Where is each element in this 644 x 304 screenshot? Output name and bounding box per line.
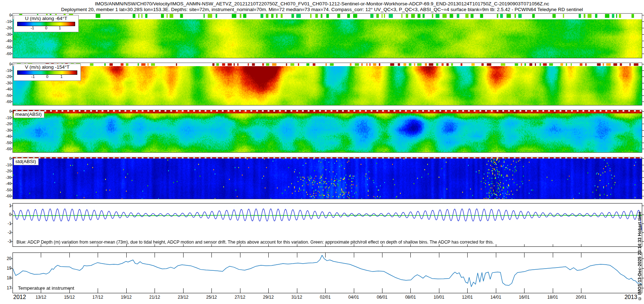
y-tick-mark — [642, 77, 644, 77]
y-tick-mark — [642, 165, 644, 165]
y-tick-label: -30 — [1, 81, 11, 85]
y-tick-mark — [10, 165, 13, 165]
y-tick-mark — [10, 149, 13, 149]
temperature-plot — [13, 253, 642, 293]
y-tick-mark — [642, 171, 644, 171]
y-tick-mark — [10, 183, 13, 184]
figure-subtitle: Deployment 20, member 1 lat=30.28S lon=1… — [0, 7, 644, 12]
adcp-report-figure: IMOS/ANMN/NSW/CH070/Velocity/IMOS_ANMN-N… — [0, 0, 644, 304]
x-tick-label: 10/01 — [434, 295, 444, 300]
y-tick-label: -30 — [1, 175, 11, 180]
x-tick-mark — [211, 253, 212, 258]
y-tick-label: -60 — [1, 99, 11, 104]
temperature-label: Temperature at instrument — [18, 285, 74, 291]
x-tick-label: 02/01 — [320, 295, 331, 300]
y-tick-mark — [10, 47, 13, 48]
y-tick-label: -2 — [1, 230, 11, 235]
y-tick-mark — [10, 268, 13, 269]
x-tick-label: 15/12 — [64, 295, 75, 300]
y-tick-label: -10 — [1, 19, 11, 24]
x-tick-mark — [553, 288, 553, 293]
y-tick-mark — [642, 21, 644, 22]
y-tick-mark — [642, 47, 644, 48]
v-colorbar-title: V (m/s) along -154°T — [14, 64, 80, 70]
y-tick-label: -20 — [1, 26, 11, 30]
y-tick-label: -20 — [1, 169, 11, 173]
y-tick-label: -10 — [1, 163, 11, 167]
y-tick-mark — [642, 136, 644, 137]
mean-absi-panel: mean(ABSI) — [13, 110, 642, 153]
y-tick-mark — [10, 259, 13, 259]
y-tick-label: -30 — [1, 32, 11, 36]
y-tick-mark — [642, 28, 644, 28]
y-tick-mark — [10, 278, 13, 278]
colorbar-tick-label: 0 — [46, 74, 48, 79]
temperature-panel: Temperature at instrument — [13, 252, 642, 293]
x-tick-label: 19/12 — [121, 295, 132, 300]
x-tick-mark — [297, 253, 297, 258]
x-tick-mark — [496, 244, 496, 246]
y-tick-mark — [10, 111, 13, 112]
y-tick-label: 0 — [1, 13, 11, 17]
y-tick-label: 17 — [1, 286, 11, 290]
x-tick-label: 29/12 — [263, 295, 274, 300]
y-tick-mark — [10, 171, 13, 171]
x-tick-label: 13/12 — [35, 295, 46, 300]
x-tick-label: 06/01 — [377, 295, 387, 300]
x-tick-mark — [211, 288, 212, 293]
x-tick-label: 17/12 — [92, 295, 103, 300]
x-tick-mark — [581, 244, 581, 246]
x-tick-mark — [183, 253, 184, 258]
y-tick-mark — [642, 64, 644, 64]
depth-variation-note: Blue: ADCP Depth (m) variation from sens… — [16, 240, 494, 245]
x-tick-mark — [183, 288, 184, 293]
x-tick-mark — [382, 288, 382, 293]
y-tick-mark — [642, 143, 644, 143]
colorbar-tick-label: -1 — [31, 74, 35, 79]
x-tick-mark — [240, 288, 240, 293]
u-colorbar-legend: U (m/s) along -64°T -1 0 1 — [14, 15, 79, 32]
x-tick-mark — [126, 253, 127, 258]
y-tick-mark — [642, 89, 644, 89]
x-tick-mark — [524, 244, 525, 246]
x-tick-mark — [268, 288, 269, 293]
y-tick-mark — [642, 130, 644, 131]
x-tick-mark — [553, 244, 553, 246]
std-absi-panel: std(ABSI) — [13, 157, 642, 199]
y-tick-label: 0 — [1, 212, 11, 217]
x-tick-mark — [41, 253, 41, 258]
y-tick-label: -30 — [1, 128, 11, 132]
x-tick-mark — [410, 288, 411, 293]
y-tick-mark — [642, 70, 644, 71]
y-tick-label: -50 — [1, 45, 11, 49]
y-tick-label: -40 — [1, 181, 11, 186]
y-tick-mark — [642, 54, 644, 54]
y-tick-label: -20 — [1, 122, 11, 126]
v-velocity-heatmap — [13, 63, 642, 105]
y-tick-mark — [10, 70, 13, 71]
y-tick-mark — [10, 136, 13, 137]
x-tick-label: 21/12 — [149, 295, 160, 300]
y-tick-mark — [10, 196, 13, 196]
y-tick-label: -40 — [1, 39, 11, 43]
depth-variation-panel: Blue: ADCP Depth (m) variation from sens… — [13, 203, 642, 247]
y-tick-label: -50 — [1, 188, 11, 192]
y-tick-label: -60 — [1, 52, 11, 56]
y-tick-label: 0 — [1, 109, 11, 113]
y-tick-mark — [10, 206, 13, 206]
y-tick-mark — [642, 158, 644, 159]
y-tick-mark — [10, 241, 13, 242]
y-tick-label: -20 — [1, 74, 11, 79]
x-tick-label: 23/12 — [178, 295, 189, 300]
figure-title: IMOS/ANMN/NSW/CH070/Velocity/IMOS_ANMN-N… — [0, 1, 644, 6]
x-tick-mark — [467, 253, 468, 258]
x-tick-mark — [496, 288, 496, 293]
y-tick-mark — [10, 83, 13, 83]
x-tick-label: 27/12 — [235, 295, 245, 300]
y-tick-label: 1 — [1, 204, 11, 208]
y-tick-mark — [10, 158, 13, 159]
y-tick-mark — [10, 95, 13, 96]
x-tick-label: 25/12 — [206, 295, 217, 300]
y-tick-label: -50 — [1, 141, 11, 145]
y-tick-mark — [642, 83, 644, 83]
